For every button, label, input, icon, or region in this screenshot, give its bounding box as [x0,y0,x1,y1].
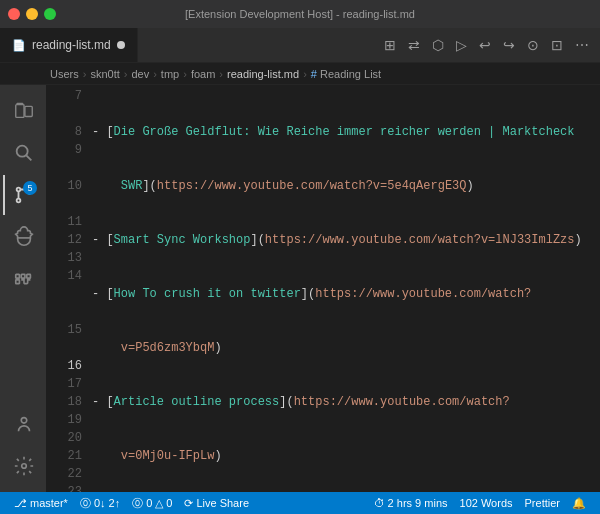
code-line-10b: v=0Mj0u-IFpLw) [92,447,600,465]
maximize-button[interactable] [44,8,56,20]
svg-rect-11 [21,274,25,278]
unsaved-indicator [117,41,125,49]
sync-up: 2↑ [109,497,121,509]
sidebar-item-debug[interactable] [3,217,43,257]
split-down-icon[interactable]: ⊡ [548,35,566,55]
git-badge: 5 [23,181,37,195]
sidebar-item-extensions[interactable] [3,259,43,299]
split-editor-icon[interactable]: ⊞ [381,35,399,55]
word-count-label: 102 Words [460,497,513,509]
go-forward-icon[interactable]: ↪ [500,35,518,55]
svg-point-13 [21,418,27,424]
code-line-8: - [Smart Sync Workshop](https://www.yout… [92,231,600,249]
notifications-button[interactable]: 🔔 [566,492,592,514]
file-icon: 📄 [12,39,26,52]
warning-label: 0 [166,497,172,509]
minimize-button[interactable] [26,8,38,20]
code-line-10: - [Article outline process](https://www.… [92,393,600,411]
activity-bar: 5 [0,85,46,492]
breadcrumb-dev[interactable]: dev [131,68,149,80]
toggle-sidebar-icon[interactable]: ⇄ [405,35,423,55]
open-changes-icon[interactable]: ⊙ [524,35,542,55]
sidebar-item-search[interactable] [3,133,43,173]
word-count[interactable]: 102 Words [454,492,519,514]
svg-rect-10 [16,274,20,278]
breadcrumb-tmp[interactable]: tmp [161,68,179,80]
sidebar-item-git[interactable]: 5 [3,175,43,215]
time-tracked[interactable]: ⏱ 2 hrs 9 mins [368,492,454,514]
sync-down: 0↓ [94,497,106,509]
breadcrumb-heading[interactable]: # Reading List [311,68,381,80]
breadcrumb-filename[interactable]: reading-list.md [227,68,299,80]
sidebar-item-explorer[interactable] [3,91,43,131]
breadcrumb-skn0tt[interactable]: skn0tt [90,68,119,80]
git-branch[interactable]: ⎇ master* [8,492,74,514]
main-area: 5 7 8 9 10 11 12 13 [0,85,600,492]
tab-filename: reading-list.md [32,38,111,52]
error-icon: ⓪ [132,496,143,511]
branch-icon: ⎇ [14,497,27,510]
liveshare-button[interactable]: ⟳ Live Share [178,492,255,514]
run-icon[interactable]: ▷ [453,35,470,55]
svg-point-6 [17,199,21,203]
code-line-7b: SWR](https://www.youtube.com/watch?v=5e4… [92,177,600,195]
liveshare-label: Live Share [196,497,249,509]
sidebar-item-settings[interactable] [3,446,43,486]
sync-icon: ⓪ [80,496,91,511]
sync-status[interactable]: ⓪ 0↓ 2↑ [74,492,126,514]
breadcrumb-users[interactable]: Users [50,68,79,80]
editor-area[interactable]: 7 8 9 10 11 12 13 14 15 16 17 18 19 20 2… [46,85,600,492]
svg-point-5 [17,188,21,192]
svg-point-14 [22,464,27,469]
tab-bar: 📄 reading-list.md ⊞ ⇄ ⬡ ▷ ↩ ↪ ⊙ ⊡ ⋯ [0,28,600,63]
code-content[interactable]: - [Die Große Geldflut: Wie Reiche immer … [92,85,600,492]
svg-point-3 [17,146,28,157]
status-bar: ⎇ master* ⓪ 0↓ 2↑ ⓪ 0 △ 0 ⟳ Live Share ⏱… [0,492,600,514]
svg-rect-1 [16,105,24,118]
error-label: 0 [146,497,152,509]
liveshare-icon: ⟳ [184,497,193,510]
window-title: [Extension Development Host] - reading-l… [185,8,415,20]
bell-icon: 🔔 [572,497,586,510]
sidebar-item-account[interactable] [3,404,43,444]
time-label: 2 hrs 9 mins [388,497,448,509]
traffic-lights [8,8,56,20]
code-line-7: - [Die Große Geldflut: Wie Reiche immer … [92,123,600,141]
breadcrumb: Users › skn0tt › dev › tmp › foam › read… [0,63,600,85]
svg-line-4 [26,155,31,160]
breadcrumb-foam[interactable]: foam [191,68,215,80]
source-control-icon[interactable]: ⬡ [429,35,447,55]
close-button[interactable] [8,8,20,20]
editor-tab[interactable]: 📄 reading-list.md [0,28,138,62]
prettier-button[interactable]: Prettier [519,492,566,514]
error-count[interactable]: ⓪ 0 △ 0 [126,492,178,514]
warning-icon: △ [155,497,163,510]
code-line-9: - [How To crush it on twitter](https://w… [92,285,600,303]
clock-icon: ⏱ [374,497,385,509]
branch-label: master* [30,497,68,509]
line-numbers: 7 8 9 10 11 12 13 14 15 16 17 18 19 20 2… [46,85,92,492]
breadcrumb-heading-text: Reading List [320,68,381,80]
svg-rect-12 [27,274,31,278]
title-bar: [Extension Development Host] - reading-l… [0,0,600,28]
svg-rect-9 [16,280,20,284]
svg-rect-2 [25,106,32,116]
code-line-9b: v=P5d6zm3YbqM) [92,339,600,357]
prettier-label: Prettier [525,497,560,509]
more-actions-icon[interactable]: ⋯ [572,35,592,55]
go-back-icon[interactable]: ↩ [476,35,494,55]
editor-toolbar: ⊞ ⇄ ⬡ ▷ ↩ ↪ ⊙ ⊡ ⋯ [373,28,600,62]
activity-bottom [3,404,43,492]
